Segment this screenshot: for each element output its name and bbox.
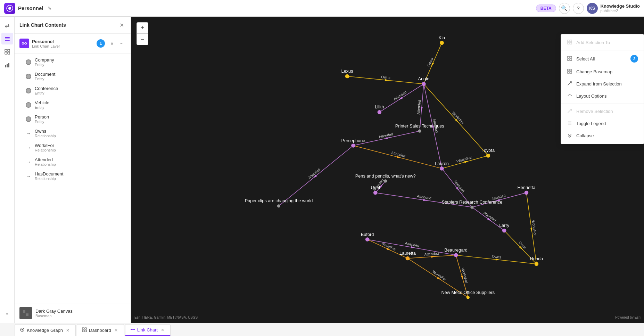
entity-row[interactable]: →AttendedRelationship 👁 ⋯ (15, 155, 131, 169)
link-chart-tab-close[interactable]: ✕ (160, 327, 165, 333)
tab-knowledge-graph[interactable]: Knowledge Graph✕ (15, 324, 76, 336)
entity-visibility-button[interactable]: 👁 (109, 115, 117, 123)
zoom-out-button[interactable]: − (137, 34, 148, 45)
entity-visibility-button[interactable]: 👁 (109, 158, 117, 166)
remove-selection-label: Remove Selection (576, 109, 613, 114)
graph-node-label: Kia (439, 35, 445, 40)
menu-item-layout-options[interactable]: Layout Options (561, 90, 644, 102)
entity-type: Entity (35, 63, 106, 67)
entity-more-button[interactable]: ⋯ (118, 172, 126, 180)
menu-item-toggle-legend[interactable]: Toggle Legend (561, 117, 644, 130)
panel-close-button[interactable]: ✕ (117, 21, 126, 29)
graph-node-lilith[interactable]: Lilith (375, 104, 384, 114)
entity-row[interactable]: VehicleEntity 👁 ⋯ (15, 98, 131, 112)
graph-node-pens-pencils[interactable]: Pens and pencils, what's new? (355, 173, 416, 183)
entity-more-button[interactable]: ⋯ (118, 87, 126, 95)
entity-name: Company (35, 57, 106, 63)
graph-node-angie[interactable]: Angie (418, 76, 430, 86)
graph-node-kia[interactable]: Kia (439, 35, 445, 45)
entity-visibility-button[interactable]: 👁 (109, 58, 117, 66)
menu-item-select-all[interactable]: Select All2 (561, 52, 644, 66)
entity-arrow-icon: → (26, 131, 31, 136)
edit-icon[interactable]: ✎ (48, 6, 52, 11)
zoom-in-button[interactable]: + (137, 23, 148, 34)
graph-node-lauren[interactable]: Lauren (435, 161, 449, 171)
entity-more-button[interactable]: ⋯ (118, 101, 126, 109)
svg-rect-6 (8, 49, 10, 51)
entity-more-button[interactable]: ⋯ (118, 115, 126, 123)
collapse-sidebar-button[interactable]: » (1, 308, 13, 320)
graph-node-label: Paper clips are changing the world (245, 198, 313, 203)
dashboard-tab-close[interactable]: ✕ (113, 328, 119, 333)
graph-node-circle (470, 206, 473, 209)
layers-button[interactable] (1, 33, 13, 44)
entity-row[interactable]: →HasDocumentRelationship 👁 ⋯ (15, 169, 131, 183)
graph-node-henrietta[interactable]: Henrietta (518, 185, 536, 195)
entity-row[interactable]: CompanyEntity 👁 ⋯ (15, 55, 131, 69)
entity-visibility-button[interactable]: 👁 (109, 144, 117, 151)
graph-node-larry[interactable]: Larry (499, 223, 510, 232)
panel-header: Link Chart Contents ✕ (15, 17, 131, 34)
zoom-controls: + − (137, 22, 148, 45)
menu-item-collapse[interactable]: Collapse (561, 130, 644, 142)
collapse-icon (567, 133, 573, 139)
sidebar-toggle-button[interactable]: ⇄ (1, 19, 13, 31)
entity-more-button[interactable]: ⋯ (118, 130, 126, 137)
main-area: ⇄ » (0, 17, 644, 323)
tab-link-chart[interactable]: Link Chart✕ (125, 324, 171, 336)
menu-item-change-basemap[interactable]: Change Basemap (561, 66, 644, 78)
entity-row[interactable]: PersonEntity 👁 ⋯ (15, 112, 131, 126)
help-button[interactable]: ? (573, 3, 584, 14)
graph-node-staplers-conf[interactable]: Staplers Research Conference (442, 199, 502, 209)
tab-dashboard[interactable]: Dashboard✕ (77, 324, 124, 336)
graph-node-label: New Metal Office Suppliers (441, 290, 495, 295)
graph-node-circle (440, 166, 444, 171)
entity-type: Relationship (35, 177, 106, 181)
graph-node-lauretta[interactable]: Lauretta (399, 251, 416, 260)
entity-row[interactable]: DocumentEntity 👁 ⋯ (15, 69, 131, 83)
graph-node-honda[interactable]: Honda (530, 256, 543, 266)
entity-row[interactable]: →OwnsRelationship 👁 ⋯ (15, 126, 131, 140)
graph-node-paper-clips[interactable]: Paper clips are changing the world (245, 198, 313, 207)
graph-node-circle (418, 130, 421, 133)
graph-edge-label: Owns (518, 241, 527, 250)
menu-item-expand-selection[interactable]: Expand from Selection (561, 78, 644, 90)
entity-visibility-button[interactable]: 👁 (109, 172, 117, 180)
entity-visibility-button[interactable]: 👁 (109, 87, 117, 95)
svg-point-13 (25, 43, 27, 44)
entity-name: Document (35, 72, 106, 77)
knowledge-graph-tab-icon (20, 327, 25, 333)
graph-node-circle (384, 179, 387, 182)
data-button[interactable] (1, 46, 13, 58)
entity-row[interactable]: ConferenceEntity 👁 ⋯ (15, 83, 131, 98)
context-menu: Add Selection ToSelect All2Change Basema… (561, 34, 644, 144)
svg-rect-5 (5, 49, 7, 51)
entity-more-button[interactable]: ⋯ (118, 73, 126, 80)
entity-name: Owns (35, 129, 106, 134)
entity-row[interactable]: →WorksForRelationship 👁 ⋯ (15, 140, 131, 155)
search-button[interactable]: 🔍 (559, 3, 570, 14)
graph-node-new-metal[interactable]: New Metal Office Suppliers (441, 290, 495, 299)
svg-rect-11 (8, 63, 9, 67)
graph-node-toyota[interactable]: Toyota (482, 148, 495, 157)
graph-node-label: Lilith (375, 104, 384, 109)
basemap-type: Basemap (35, 314, 126, 318)
chart-button[interactable] (1, 59, 13, 71)
graph-node-circle (365, 237, 370, 241)
graph-node-persephone[interactable]: Persephone (341, 138, 365, 148)
entity-visibility-button[interactable]: 👁 (109, 73, 117, 80)
layer-expand-button[interactable]: ∧ (108, 39, 116, 48)
map-area[interactable]: + − OwnsOwnsAttendedAttendedAttendedWork… (131, 17, 644, 323)
graph-node-circle (351, 144, 355, 148)
graph-node-label: Henrietta (518, 185, 536, 190)
graph-edge-label: Owns (427, 57, 434, 67)
entity-more-button[interactable]: ⋯ (118, 58, 126, 66)
layer-name: Personnel (32, 39, 94, 44)
entity-more-button[interactable]: ⋯ (118, 158, 126, 166)
knowledge-graph-tab-close[interactable]: ✕ (65, 328, 71, 333)
entity-more-button[interactable]: ⋯ (118, 144, 126, 151)
entity-visibility-button[interactable]: 👁 (109, 101, 117, 109)
map-attribution-right: Powered by Esri (615, 315, 641, 319)
entity-visibility-button[interactable]: 👁 (109, 130, 117, 137)
layer-more-button[interactable]: ⋯ (117, 39, 126, 48)
